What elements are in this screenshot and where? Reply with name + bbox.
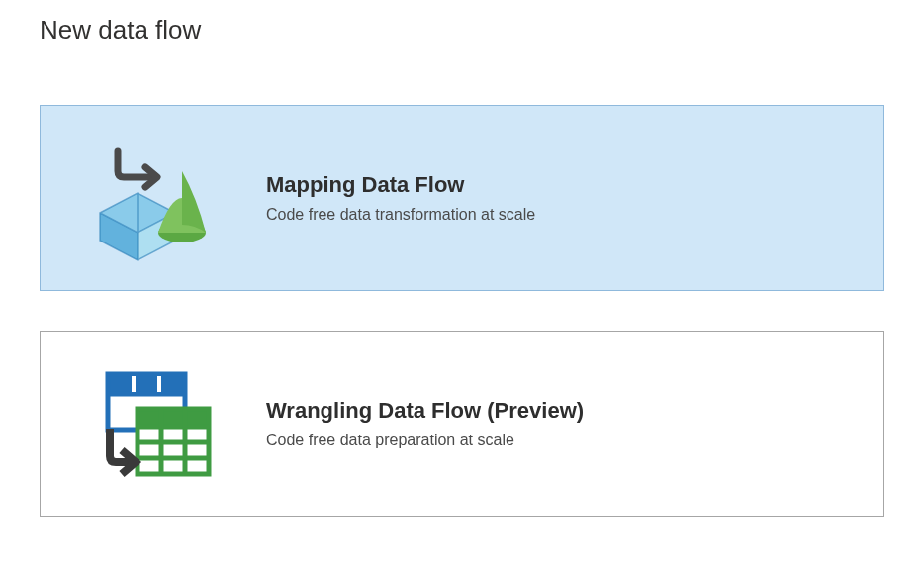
mapping-data-flow-text: Mapping Data Flow Code free data transfo…: [266, 172, 535, 224]
svg-rect-7: [138, 409, 209, 427]
page-title: New data flow: [40, 15, 884, 46]
wrangling-data-flow-icon: [88, 359, 217, 488]
mapping-data-flow-title: Mapping Data Flow: [266, 172, 535, 198]
data-flow-options: Mapping Data Flow Code free data transfo…: [40, 105, 884, 517]
mapping-data-flow-option[interactable]: Mapping Data Flow Code free data transfo…: [40, 105, 884, 291]
wrangling-data-flow-text: Wrangling Data Flow (Preview) Code free …: [266, 398, 584, 449]
mapping-data-flow-icon: [88, 134, 217, 262]
wrangling-data-flow-description: Code free data preparation at scale: [266, 432, 584, 449]
svg-rect-1: [108, 374, 185, 394]
wrangling-data-flow-title: Wrangling Data Flow (Preview): [266, 398, 584, 424]
wrangling-data-flow-option[interactable]: Wrangling Data Flow (Preview) Code free …: [40, 331, 884, 517]
mapping-data-flow-description: Code free data transformation at scale: [266, 206, 535, 224]
